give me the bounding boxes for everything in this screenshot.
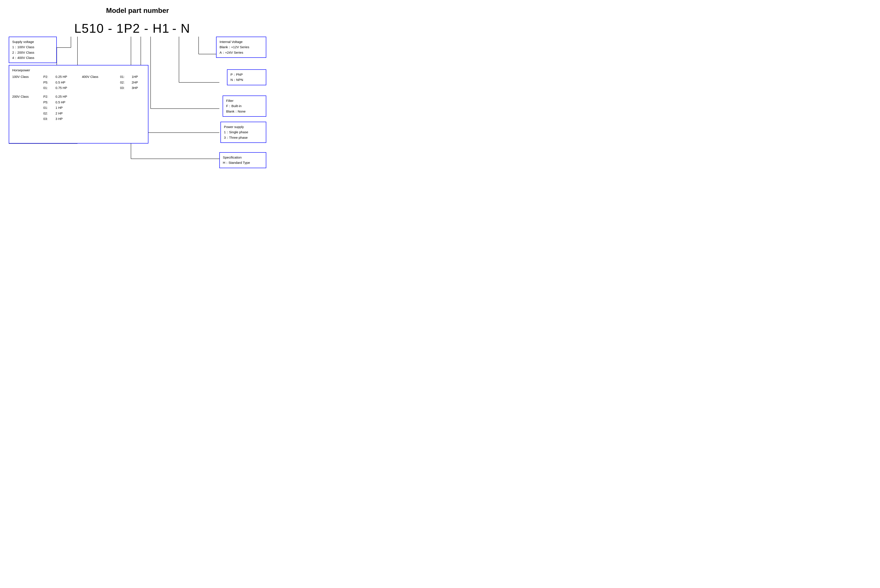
hp-400v-code-2: 03: (119, 85, 130, 91)
pnp-item: P：PNP (230, 72, 263, 77)
filter-item-1: Blank：None (226, 109, 263, 114)
table-row: 03: 3 HP (12, 116, 145, 122)
hp-value: 3 HP (54, 116, 77, 122)
hp-value: 0.25 HP (54, 94, 77, 100)
hp-code: P2: (42, 74, 54, 80)
model-number-display: L510 - 1P2 - H1 - N (9, 21, 266, 36)
power-supply-label: Power supply (224, 124, 263, 129)
power-supply-box: Power supply 1：Single phase 3：Three phas… (220, 122, 266, 143)
table-row: P5: 0.5 HP (12, 100, 145, 105)
power-supply-item-1: 3：Three phase (224, 135, 263, 140)
filter-box: Filter F：Built-in Blank：None (223, 96, 266, 117)
supply-voltage-box: Supply voltage 1：100V Class 2：200V Class… (9, 37, 57, 63)
npn-item: N：NPN (230, 77, 263, 82)
hp-value: 0.5 HP (54, 100, 77, 105)
model-prefix: L510 - 1P2 - H1 (74, 21, 170, 36)
hp-400v-val-0: 1HP (130, 74, 145, 80)
filter-item-0: F：Built-in (226, 104, 263, 109)
table-row: 01: 1 HP (12, 105, 145, 111)
model-separator: - N (172, 21, 190, 36)
table-row: 200V Class P2: 0.25 HP (12, 94, 145, 100)
specification-label: Specification (223, 155, 263, 160)
internal-voltage-item-1: A：+24V Series (220, 50, 263, 55)
power-supply-item-0: 1：Single phase (224, 129, 263, 135)
table-row: 02: 2 HP (12, 111, 145, 117)
hp-class-100v: 100V Class (12, 74, 42, 80)
hp-code: 01: (42, 105, 54, 111)
hp-400v-code-1: 02: (119, 80, 130, 86)
hp-code: P5: (42, 80, 54, 86)
horsepower-label: Horsepower (12, 68, 145, 73)
horsepower-table: 100V Class P2: 0.25 HP 400V Class 01: 1H… (12, 74, 145, 122)
filter-label: Filter (226, 98, 263, 104)
table-row: 100V Class P2: 0.25 HP 400V Class 01: 1H… (12, 74, 145, 80)
hp-code: P2: (42, 94, 54, 100)
table-row: 01: 0.75 HP 03: 3HP (12, 85, 145, 91)
horsepower-box: Horsepower 100V Class P2: 0.25 HP 400V C… (9, 65, 148, 144)
hp-class-200v: 200V Class (12, 94, 42, 100)
internal-voltage-item-0: Blank：+12V Series (220, 45, 263, 50)
hp-code: P5: (42, 100, 54, 105)
hp-value: 1 HP (54, 105, 77, 111)
supply-voltage-item-2: 4：400V Class (12, 55, 53, 60)
pnp-npn-box: P：PNP N：NPN (227, 69, 266, 85)
specification-item-0: H：Standard Type (223, 160, 263, 165)
specification-box: Specification H：Standard Type (220, 152, 266, 168)
diagram-container: Supply voltage 1：100V Class 2：200V Class… (9, 37, 266, 194)
hp-code: 01: (42, 85, 54, 91)
supply-voltage-item-0: 1：100V Class (12, 45, 53, 50)
hp-value: 0.25 HP (54, 74, 77, 80)
page-title: Model part number (9, 6, 266, 15)
internal-voltage-label: Internal Voltage (220, 39, 263, 45)
hp-value: 2 HP (54, 111, 77, 117)
hp-code: 03: (42, 116, 54, 122)
hp-400v-val-1: 2HP (130, 80, 145, 86)
hp-400v-code-0: 01: (119, 74, 130, 80)
supply-voltage-item-1: 2：200V Class (12, 50, 53, 55)
hp-value: 0.5 HP (54, 80, 77, 86)
supply-voltage-label: Supply voltage (12, 39, 53, 45)
hp-400v-val-2: 3HP (130, 85, 145, 91)
table-row: P5: 0.5 HP 02: 2HP (12, 80, 145, 86)
hp-code: 02: (42, 111, 54, 117)
hp-value: 0.75 HP (54, 85, 77, 91)
internal-voltage-box: Internal Voltage Blank：+12V Series A：+24… (216, 37, 266, 58)
hp-400v-label: 400V Class (77, 74, 119, 80)
